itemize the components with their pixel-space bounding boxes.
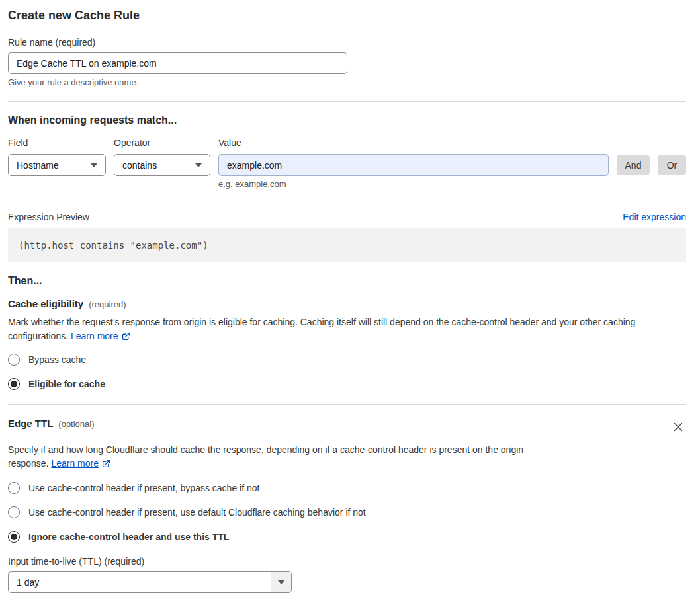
radio-option-use-header-bypass[interactable]: Use cache-control header if present, byp… <box>8 482 686 494</box>
radio-option-eligible-for-cache[interactable]: Eligible for cache <box>8 378 686 390</box>
edit-expression-link[interactable]: Edit expression <box>623 212 686 222</box>
external-link-icon <box>122 332 130 340</box>
field-select-value: Hostname <box>17 160 59 171</box>
ttl-select[interactable]: 1 day <box>8 571 292 593</box>
radio-icon[interactable] <box>8 531 20 543</box>
value-input[interactable] <box>218 154 609 176</box>
radio-option-bypass-cache[interactable]: Bypass cache <box>8 354 686 366</box>
radio-icon[interactable] <box>8 506 20 518</box>
then-heading: Then... <box>8 275 686 287</box>
radio-option-use-header-default[interactable]: Use cache-control header if present, use… <box>8 506 686 518</box>
divider <box>8 101 686 102</box>
expression-code: (http.host contains "example.com") <box>8 228 686 262</box>
operator-select-value: contains <box>122 160 157 171</box>
rule-name-input[interactable] <box>8 52 347 74</box>
edge-ttl-description: Specify if and how long Cloudflare shoul… <box>8 443 564 471</box>
radio-option-label[interactable]: Use cache-control header if present, use… <box>28 507 366 518</box>
chevron-down-icon <box>91 163 97 167</box>
operator-select[interactable]: contains <box>114 154 210 176</box>
ttl-select-value: 1 day <box>9 572 271 592</box>
divider <box>8 404 686 405</box>
cache-eligibility-requirement: (required) <box>89 300 126 309</box>
expression-preview-header: Expression Preview Edit expression <box>8 212 686 222</box>
expression-preview-label: Expression Preview <box>8 212 89 222</box>
match-expression-builder: Field Operator Value Hostname contains A… <box>8 138 686 189</box>
radio-option-label[interactable]: Bypass cache <box>28 354 86 365</box>
edge-ttl-title: Edge TTL <box>8 418 53 429</box>
edge-ttl-section: Edge TTL (optional) Specify if and how l… <box>8 418 686 593</box>
rule-name-helper: Give your rule a descriptive name. <box>8 77 686 87</box>
close-icon[interactable] <box>670 419 686 437</box>
field-select[interactable]: Hostname <box>8 154 106 176</box>
ttl-label: Input time-to-live (TTL) (required) <box>8 556 686 567</box>
operator-label: Operator <box>114 138 210 148</box>
and-button[interactable]: And <box>617 155 650 175</box>
radio-option-ignore-header-use-ttl[interactable]: Ignore cache-control header and use this… <box>8 531 686 543</box>
radio-option-label[interactable]: Use cache-control header if present, byp… <box>28 483 259 493</box>
edge-ttl-requirement: (optional) <box>58 419 94 429</box>
learn-more-link[interactable]: Learn more <box>71 331 118 341</box>
ttl-input-block: Input time-to-live (TTL) (required) 1 da… <box>8 556 686 593</box>
match-heading: When incoming requests match... <box>8 114 686 126</box>
external-link-icon <box>102 459 110 468</box>
radio-option-label[interactable]: Eligible for cache <box>28 379 105 389</box>
page-title: Create new Cache Rule <box>8 9 686 22</box>
value-label: Value <box>218 138 609 148</box>
value-helper: e.g. example.com <box>218 179 609 189</box>
cache-eligibility-description: Mark whether the request’s response from… <box>8 315 686 343</box>
radio-icon[interactable] <box>8 482 20 494</box>
cache-eligibility-section: Cache eligibility (required) Mark whethe… <box>8 298 686 390</box>
create-cache-rule-form: Create new Cache Rule Rule name (require… <box>0 0 700 593</box>
radio-icon[interactable] <box>8 354 20 366</box>
rule-name-label: Rule name (required) <box>8 37 686 48</box>
ttl-select-arrow-button[interactable] <box>271 572 291 592</box>
cache-eligibility-title: Cache eligibility <box>8 298 83 309</box>
learn-more-link[interactable]: Learn more <box>51 458 99 469</box>
rule-name-section: Rule name (required) Give your rule a de… <box>8 37 686 87</box>
edge-ttl-options: Use cache-control header if present, byp… <box>8 482 686 543</box>
or-button[interactable]: Or <box>658 155 686 175</box>
chevron-down-icon <box>195 163 202 167</box>
chevron-down-icon <box>278 580 284 584</box>
cache-eligibility-options: Bypass cache Eligible for cache <box>8 354 686 390</box>
radio-option-label[interactable]: Ignore cache-control header and use this… <box>28 532 229 542</box>
radio-icon[interactable] <box>8 378 20 390</box>
field-label: Field <box>8 138 106 148</box>
